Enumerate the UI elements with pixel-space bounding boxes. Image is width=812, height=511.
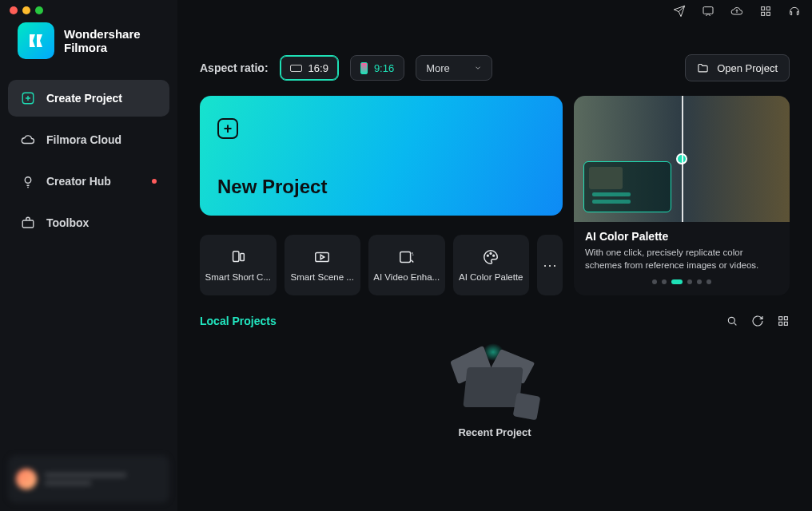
tool-label: Smart Scene ... xyxy=(291,272,354,282)
cloud-icon xyxy=(21,133,35,147)
brand-name-line1: Wondershare xyxy=(64,27,141,41)
tool-ai-video-enhancer[interactable]: AI Video Enha... xyxy=(368,235,445,295)
portrait-rect-icon xyxy=(360,62,368,74)
toolbox-icon xyxy=(21,216,35,230)
carousel-dot[interactable] xyxy=(687,279,692,284)
window-traffic-lights[interactable] xyxy=(10,6,43,14)
feature-title: AI Color Palette xyxy=(585,230,778,243)
brand-name-line2: Filmora xyxy=(64,41,141,54)
svg-rect-19 xyxy=(784,323,787,326)
plus-icon: + xyxy=(217,118,238,139)
refresh-icon[interactable] xyxy=(751,315,764,327)
plus-square-icon xyxy=(21,91,35,105)
close-window-icon[interactable] xyxy=(10,6,18,14)
svg-rect-10 xyxy=(316,253,329,262)
more-tools-button[interactable]: ⋯ xyxy=(537,235,563,295)
svg-rect-8 xyxy=(233,252,238,262)
chip-label: 9:16 xyxy=(374,62,394,74)
carousel-dot[interactable] xyxy=(662,279,667,284)
notification-dot-icon xyxy=(152,179,157,184)
empty-state: Recent Project xyxy=(200,343,790,438)
avatar xyxy=(16,469,37,489)
user-account-card[interactable] xyxy=(8,455,169,503)
svg-point-6 xyxy=(25,177,31,184)
svg-rect-11 xyxy=(400,252,411,263)
grid-view-icon[interactable] xyxy=(777,315,790,327)
svg-rect-9 xyxy=(241,254,245,261)
scene-cut-icon xyxy=(313,248,331,266)
feature-overlay-panel xyxy=(583,161,671,212)
maximize-window-icon[interactable] xyxy=(35,6,43,14)
feature-showcase-card[interactable]: AI Color Palette With one click, precise… xyxy=(574,96,790,295)
svg-rect-7 xyxy=(22,220,34,228)
brand: Wondershare Filmora xyxy=(0,22,177,75)
carousel-dot[interactable] xyxy=(652,279,657,284)
search-icon[interactable] xyxy=(726,315,738,327)
sidebar-item-label: Creator Hub xyxy=(46,175,111,188)
feedback-icon[interactable] xyxy=(702,5,714,18)
svg-rect-18 xyxy=(779,323,782,326)
ellipsis-icon: ⋯ xyxy=(543,256,558,274)
svg-rect-4 xyxy=(766,12,770,15)
sidebar-item-label: Toolbox xyxy=(46,216,89,229)
sidebar-item-label: Filmora Cloud xyxy=(46,133,121,146)
carousel-dots[interactable] xyxy=(585,279,778,284)
enhance-icon xyxy=(398,248,416,266)
landscape-rect-icon xyxy=(290,65,302,72)
tool-smart-scene[interactable]: Smart Scene ... xyxy=(285,235,361,295)
aspect-16-9-chip[interactable]: 16:9 xyxy=(280,55,339,81)
slider-handle-icon xyxy=(676,153,687,164)
sidebar-item-filmora-cloud[interactable]: Filmora Cloud xyxy=(8,121,169,158)
tool-ai-color-palette[interactable]: AI Color Palette xyxy=(453,235,530,295)
carousel-dot[interactable] xyxy=(697,279,702,284)
svg-rect-16 xyxy=(779,317,782,320)
carousel-dot[interactable] xyxy=(707,279,711,284)
chip-label: 16:9 xyxy=(308,62,328,74)
svg-rect-2 xyxy=(766,7,770,10)
svg-rect-17 xyxy=(784,317,787,320)
apps-grid-icon[interactable] xyxy=(759,5,772,18)
aspect-more-chip[interactable]: More xyxy=(416,55,492,81)
chip-label: More xyxy=(426,62,450,74)
svg-point-12 xyxy=(488,255,489,256)
svg-rect-0 xyxy=(703,7,713,14)
svg-rect-3 xyxy=(762,12,765,15)
app-logo-icon xyxy=(18,22,54,59)
sidebar: Wondershare Filmora Create Project Filmo… xyxy=(0,0,177,511)
local-projects-heading: Local Projects xyxy=(200,315,277,327)
svg-point-13 xyxy=(490,253,492,255)
sidebar-item-label: Create Project xyxy=(46,92,122,105)
aspect-ratio-label: Aspect ratio: xyxy=(200,61,269,74)
feature-preview-image xyxy=(574,96,790,222)
tool-label: AI Color Palette xyxy=(459,272,523,282)
minimize-window-icon[interactable] xyxy=(22,6,30,14)
support-headset-icon[interactable] xyxy=(788,5,801,18)
aspect-9-16-chip[interactable]: 9:16 xyxy=(350,55,404,81)
palette-icon xyxy=(482,248,500,266)
lightbulb-icon xyxy=(21,174,35,188)
empty-state-label: Recent Project xyxy=(458,426,531,438)
svg-rect-1 xyxy=(762,7,765,10)
sidebar-item-toolbox[interactable]: Toolbox xyxy=(8,204,169,241)
short-clips-icon xyxy=(229,248,247,266)
tool-label: AI Video Enha... xyxy=(373,272,440,282)
send-icon[interactable] xyxy=(673,5,686,18)
carousel-dot[interactable] xyxy=(671,279,683,284)
chevron-down-icon xyxy=(474,64,482,72)
sidebar-item-create-project[interactable]: Create Project xyxy=(8,80,169,117)
new-project-title: New Project xyxy=(217,176,545,198)
tool-smart-short-clips[interactable]: Smart Short C... xyxy=(200,235,277,295)
svg-point-15 xyxy=(728,318,734,324)
folder-icon xyxy=(697,62,709,74)
button-label: Open Project xyxy=(717,62,778,74)
main-content: Aspect ratio: 16:9 9:16 More Open Projec… xyxy=(177,0,812,511)
feature-description: With one click, precisely replicate colo… xyxy=(585,246,778,271)
new-project-card[interactable]: + New Project xyxy=(200,96,563,216)
tool-label: Smart Short C... xyxy=(205,272,271,282)
empty-box-icon xyxy=(451,343,539,415)
open-project-button[interactable]: Open Project xyxy=(685,54,790,81)
cloud-upload-icon[interactable] xyxy=(730,5,743,18)
svg-point-14 xyxy=(493,255,495,256)
sidebar-item-creator-hub[interactable]: Creator Hub xyxy=(8,163,169,200)
